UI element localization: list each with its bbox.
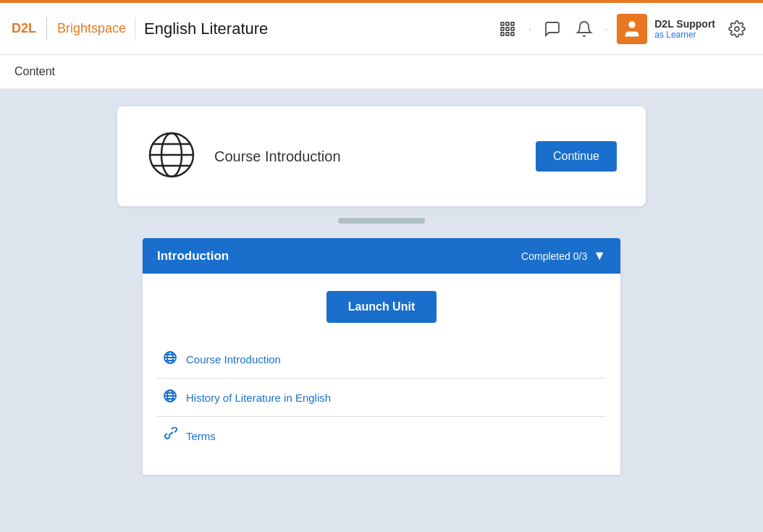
course-intro-name: Course Introduction [214,148,518,165]
intro-header: Introduction Completed 0/3 ▼ [143,238,620,274]
svg-rect-1 [506,22,509,25]
svg-point-10 [735,27,739,31]
brand: D2L Brightspace [12,17,126,41]
user-name: D2L Support [654,18,715,30]
course-introduction-link[interactable]: Course Introduction [186,353,281,366]
svg-point-9 [629,21,636,28]
settings-button[interactable] [722,14,751,43]
list-item[interactable]: Course Introduction [157,340,606,379]
nav-dot-2: · [602,20,612,37]
apps-icon [499,20,516,38]
terms-link[interactable]: Terms [186,430,216,442]
progress-text: Completed 0/3 [521,250,587,262]
course-intro-card: Course Introduction Continue [117,106,646,206]
apps-button[interactable] [493,14,522,43]
dropdown-arrow-icon[interactable]: ▼ [593,248,606,263]
list-item[interactable]: History of Literature in English [157,379,606,417]
history-link[interactable]: History of Literature in English [186,392,331,404]
svg-rect-8 [511,33,514,35]
svg-rect-7 [506,33,509,35]
breadcrumb: Content [14,65,55,77]
nav-dot-1: · [525,20,535,37]
scroll-bar [338,218,425,224]
bell-icon [576,20,593,38]
user-avatar-icon [622,19,642,39]
chat-button[interactable] [538,14,567,43]
main-content: Course Introduction Continue Introductio… [0,89,763,532]
link-icon [163,427,177,444]
gear-icon [728,20,746,38]
bell-button[interactable] [570,14,599,43]
svg-rect-2 [511,22,514,25]
globe-icon-wrap [146,130,197,183]
globe-small-icon-1 [163,350,177,368]
brand-d2l: D2L [12,21,36,36]
intro-progress: Completed 0/3 ▼ [521,248,606,263]
top-nav: D2L Brightspace English Literature · [0,3,763,55]
scroll-indicator [0,218,763,224]
chat-icon [544,20,561,38]
svg-rect-5 [511,28,514,30]
intro-body: Launch Unit Course Introduction [143,274,620,475]
svg-rect-3 [501,28,504,30]
course-title: English Literature [144,20,493,38]
breadcrumb-bar: Content [0,55,763,89]
globe-large-icon [146,130,197,180]
nav-divider [135,17,135,41]
launch-unit-button[interactable]: Launch Unit [326,291,437,323]
svg-rect-6 [501,33,504,35]
intro-title: Introduction [157,249,229,263]
user-avatar [617,14,647,44]
continue-button[interactable]: Continue [536,141,617,172]
brand-separator [46,17,47,41]
svg-rect-0 [501,22,504,25]
brand-brightspace: Brightspace [57,21,126,36]
user-info: D2L Support as Learner [654,18,715,40]
list-item[interactable]: Terms [157,417,606,455]
user-role: as Learner [654,30,715,40]
introduction-section: Introduction Completed 0/3 ▼ Launch Unit [143,238,620,475]
svg-rect-4 [506,28,509,30]
user-section: D2L Support as Learner [617,14,751,44]
globe-small-icon-2 [163,389,177,406]
nav-icons: · · [493,14,611,43]
